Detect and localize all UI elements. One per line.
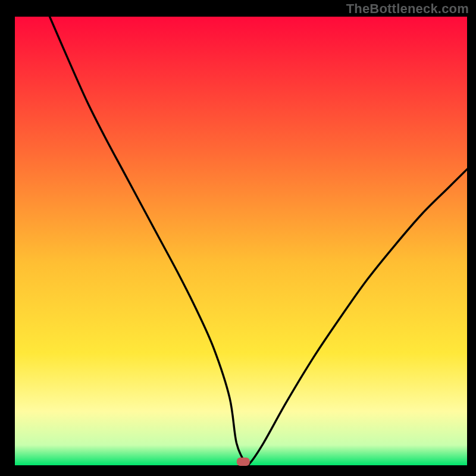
chart-svg [0,0,476,476]
optimal-marker [237,458,250,466]
watermark-text: TheBottleneck.com [346,1,469,17]
chart-stage: TheBottleneck.com [0,0,476,476]
